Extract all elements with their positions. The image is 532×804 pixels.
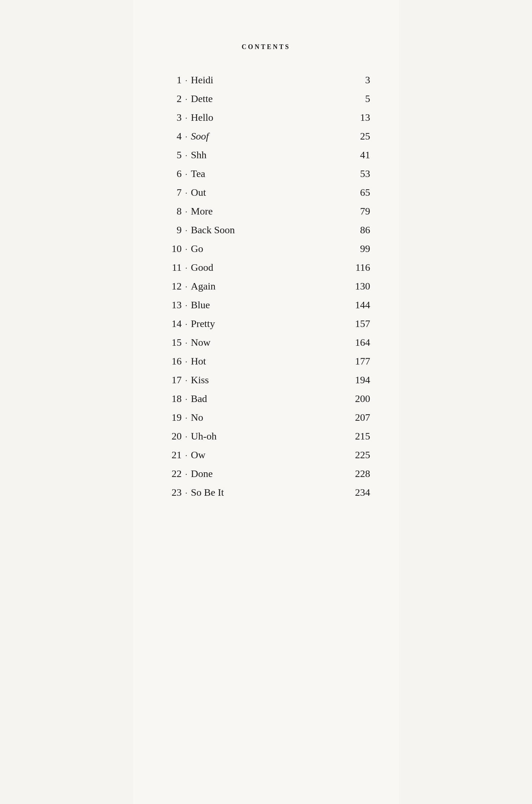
item-page: 3 bbox=[349, 72, 370, 88]
item-bullet: · bbox=[185, 187, 187, 199]
item-number: 10 bbox=[162, 241, 182, 256]
item-page: 13 bbox=[349, 110, 370, 125]
list-item: 16·Hot177 bbox=[162, 354, 370, 369]
item-bullet: · bbox=[185, 131, 187, 143]
item-title: Pretty bbox=[191, 316, 215, 331]
item-page: 79 bbox=[349, 204, 370, 219]
page: CONTENTS 1·Heidi32·Dette53·Hello134·Soof… bbox=[133, 0, 399, 804]
item-left: 12·Again bbox=[162, 279, 216, 294]
item-bullet: · bbox=[185, 225, 187, 237]
item-bullet: · bbox=[185, 75, 187, 87]
item-page: 177 bbox=[349, 354, 370, 369]
item-title: Ow bbox=[191, 447, 205, 463]
item-number: 23 bbox=[162, 485, 182, 500]
list-item: 13·Blue144 bbox=[162, 297, 370, 313]
item-bullet: · bbox=[185, 393, 187, 405]
list-item: 3·Hello13 bbox=[162, 110, 370, 125]
item-left: 3·Hello bbox=[162, 110, 213, 125]
item-page: 194 bbox=[349, 372, 370, 388]
item-left: 23·So Be It bbox=[162, 485, 224, 500]
item-left: 16·Hot bbox=[162, 354, 206, 369]
list-item: 18·Bad200 bbox=[162, 391, 370, 406]
item-number: 3 bbox=[162, 110, 182, 125]
item-left: 1·Heidi bbox=[162, 72, 213, 88]
item-title: Kiss bbox=[191, 372, 209, 388]
item-page: 5 bbox=[349, 91, 370, 106]
item-left: 20·Uh-oh bbox=[162, 429, 217, 444]
item-left: 8·More bbox=[162, 204, 213, 219]
list-item: 10·Go99 bbox=[162, 241, 370, 256]
item-page: 164 bbox=[349, 335, 370, 350]
item-number: 21 bbox=[162, 447, 182, 463]
item-page: 200 bbox=[349, 391, 370, 406]
item-bullet: · bbox=[185, 487, 187, 499]
item-page: 130 bbox=[349, 279, 370, 294]
list-item: 11·Good116 bbox=[162, 260, 370, 275]
item-number: 9 bbox=[162, 222, 182, 238]
item-left: 15·Now bbox=[162, 335, 210, 350]
item-number: 15 bbox=[162, 335, 182, 350]
item-page: 207 bbox=[349, 410, 370, 425]
item-number: 1 bbox=[162, 72, 182, 88]
item-bullet: · bbox=[185, 150, 187, 162]
item-number: 5 bbox=[162, 147, 182, 163]
item-title: Bad bbox=[191, 391, 207, 406]
item-left: 10·Go bbox=[162, 241, 203, 256]
item-bullet: · bbox=[185, 243, 187, 255]
item-bullet: · bbox=[185, 93, 187, 105]
item-page: 225 bbox=[349, 447, 370, 463]
item-title: Hot bbox=[191, 354, 206, 369]
item-left: 14·Pretty bbox=[162, 316, 215, 331]
item-page: 99 bbox=[349, 241, 370, 256]
item-bullet: · bbox=[185, 375, 187, 386]
item-left: 6·Tea bbox=[162, 166, 205, 181]
item-title: Done bbox=[191, 466, 213, 481]
list-item: 6·Tea53 bbox=[162, 166, 370, 181]
item-title: Tea bbox=[191, 166, 205, 181]
list-item: 2·Dette5 bbox=[162, 91, 370, 106]
item-title: Hello bbox=[191, 110, 213, 125]
item-left: 5·Shh bbox=[162, 147, 207, 163]
item-left: 9·Back Soon bbox=[162, 222, 235, 238]
item-left: 21·Ow bbox=[162, 447, 205, 463]
item-number: 7 bbox=[162, 185, 182, 200]
item-page: 116 bbox=[349, 260, 370, 275]
item-title: Soof bbox=[191, 129, 209, 144]
item-number: 11 bbox=[162, 260, 182, 275]
item-page: 215 bbox=[349, 429, 370, 444]
item-page: 228 bbox=[349, 466, 370, 481]
item-left: 19·No bbox=[162, 410, 203, 425]
item-title: Dette bbox=[191, 91, 213, 106]
item-title: Heidi bbox=[191, 72, 213, 88]
item-title: No bbox=[191, 410, 203, 425]
item-title: Blue bbox=[191, 297, 210, 313]
item-bullet: · bbox=[185, 112, 187, 124]
item-left: 7·Out bbox=[162, 185, 206, 200]
item-title: More bbox=[191, 204, 213, 219]
contents-heading: CONTENTS bbox=[162, 43, 370, 51]
list-item: 7·Out65 bbox=[162, 185, 370, 200]
item-bullet: · bbox=[185, 168, 187, 180]
list-item: 21·Ow225 bbox=[162, 447, 370, 463]
list-item: 20·Uh-oh215 bbox=[162, 429, 370, 444]
item-page: 86 bbox=[349, 222, 370, 238]
item-number: 16 bbox=[162, 354, 182, 369]
item-title: So Be It bbox=[191, 485, 224, 500]
list-item: 15·Now164 bbox=[162, 335, 370, 350]
item-bullet: · bbox=[185, 281, 187, 293]
item-page: 157 bbox=[349, 316, 370, 331]
list-item: 5·Shh41 bbox=[162, 147, 370, 163]
item-number: 20 bbox=[162, 429, 182, 444]
list-item: 17·Kiss194 bbox=[162, 372, 370, 388]
item-left: 17·Kiss bbox=[162, 372, 209, 388]
item-left: 4·Soof bbox=[162, 129, 209, 144]
item-bullet: · bbox=[185, 431, 187, 443]
list-item: 1·Heidi3 bbox=[162, 72, 370, 88]
item-number: 19 bbox=[162, 410, 182, 425]
list-item: 22·Done228 bbox=[162, 466, 370, 481]
list-item: 23·So Be It234 bbox=[162, 485, 370, 500]
item-page: 25 bbox=[349, 129, 370, 144]
item-title: Out bbox=[191, 185, 206, 200]
item-page: 41 bbox=[349, 147, 370, 163]
item-number: 4 bbox=[162, 129, 182, 144]
